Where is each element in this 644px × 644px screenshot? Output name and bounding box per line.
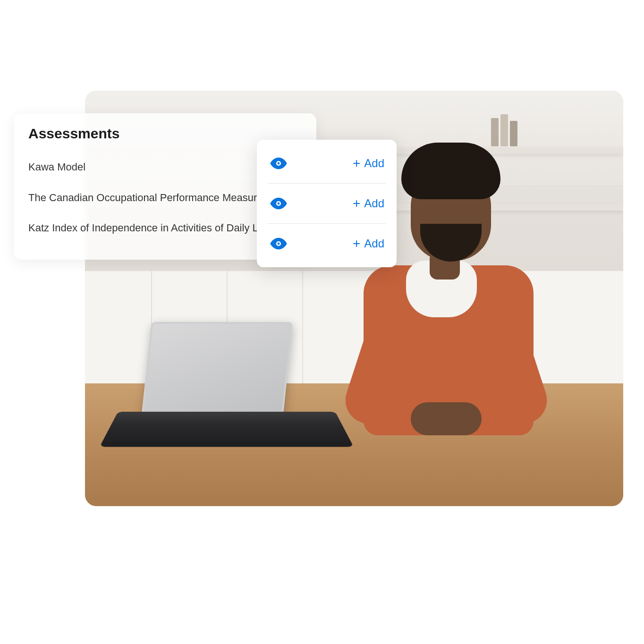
view-button[interactable] [269,234,288,253]
assessment-action-row: + Add [267,183,386,223]
plus-icon: + [353,157,360,170]
add-button[interactable]: + Add [353,237,384,250]
add-button[interactable]: + Add [353,197,384,210]
add-label: Add [364,197,384,210]
svg-point-3 [278,203,280,205]
eye-icon [270,195,287,212]
add-label: Add [364,157,384,170]
assessment-action-row: + Add [267,144,386,183]
view-button[interactable] [269,154,288,173]
plus-icon: + [353,197,360,210]
assessments-heading: Assessments [28,126,302,142]
add-label: Add [364,237,384,250]
assessment-actions-card: + Add + Add + Add [257,140,397,267]
add-button[interactable]: + Add [353,157,384,170]
eye-icon [270,235,287,252]
svg-point-5 [278,243,280,245]
laptop-illustration [118,322,335,468]
svg-point-1 [278,162,280,165]
eye-icon [270,155,287,172]
assessment-action-row: + Add [267,223,386,263]
view-button[interactable] [269,194,288,213]
plus-icon: + [353,237,360,250]
